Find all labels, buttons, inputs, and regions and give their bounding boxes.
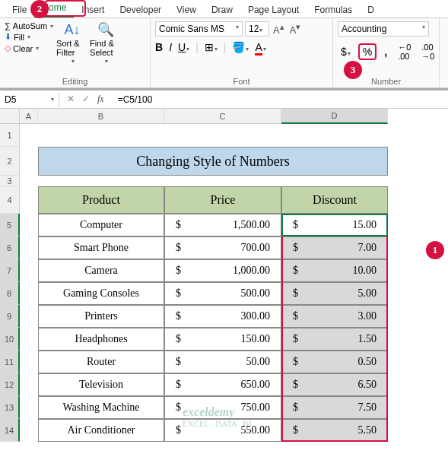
tab-formulas[interactable]: Formulas bbox=[307, 2, 360, 17]
price-cell[interactable]: $50.00 bbox=[164, 351, 281, 373]
product-cell[interactable]: Washing Machine bbox=[38, 396, 164, 419]
callout-3: 3 bbox=[344, 61, 362, 79]
tab-draw[interactable]: Draw bbox=[204, 2, 240, 17]
sort-filter-button[interactable]: A↓ Sort & Filter▾ bbox=[56, 21, 88, 65]
font-name-select[interactable]: Comic Sans MS ▾ bbox=[155, 21, 243, 36]
header-product[interactable]: Product bbox=[38, 186, 164, 214]
row-header[interactable]: 13 bbox=[0, 396, 20, 419]
header-price[interactable]: Price bbox=[164, 186, 281, 214]
price-cell[interactable]: $500.00 bbox=[164, 282, 281, 305]
col-header[interactable]: B bbox=[38, 109, 164, 124]
discount-cell[interactable]: $10.00 bbox=[281, 259, 388, 282]
fill-color-button[interactable]: 🪣▾ bbox=[232, 41, 249, 53]
product-cell[interactable]: Printers bbox=[38, 305, 164, 328]
col-header[interactable]: D bbox=[281, 109, 388, 124]
row-header[interactable]: 7 bbox=[0, 259, 20, 282]
font-color-button[interactable]: A▾ bbox=[255, 41, 265, 53]
row-header[interactable]: 11 bbox=[0, 351, 20, 373]
row-header[interactable]: 2 bbox=[0, 147, 20, 176]
formula-input[interactable]: =C5/100 bbox=[112, 93, 448, 106]
cancel-icon[interactable]: ✕ bbox=[67, 94, 75, 105]
spreadsheet-grid: 1 2 3 4 5 6 7 8 9 10 11 12 13 14 A B C D… bbox=[0, 109, 448, 442]
product-cell[interactable]: Router bbox=[38, 351, 164, 373]
select-all-corner[interactable] bbox=[0, 109, 20, 124]
menu-tabs: File Home Insert Developer View Draw Pag… bbox=[0, 0, 448, 18]
callout-2: 2 bbox=[30, 0, 49, 18]
number-format-select[interactable]: Accounting▾ bbox=[338, 21, 429, 36]
row-header[interactable]: 6 bbox=[0, 236, 20, 259]
price-cell[interactable]: $1,500.00 bbox=[164, 214, 281, 236]
product-cell[interactable]: Gaming Consoles bbox=[38, 282, 164, 305]
border-button[interactable]: ⊞▾ bbox=[205, 41, 218, 53]
decrease-decimal-button[interactable]: .00→0 bbox=[418, 41, 437, 62]
font-size-select[interactable]: 12▾ bbox=[245, 21, 269, 36]
discount-cell[interactable]: $1.50 bbox=[281, 328, 388, 351]
watermark: exceldemy EXCEL · DATA · BI bbox=[183, 405, 251, 428]
name-box[interactable]: D5▾ bbox=[0, 93, 59, 106]
percent-button[interactable]: % bbox=[358, 43, 377, 60]
price-cell[interactable]: $650.00 bbox=[164, 373, 281, 396]
enter-icon[interactable]: ✓ bbox=[82, 94, 90, 105]
product-cell[interactable]: Computer bbox=[38, 214, 164, 236]
discount-cell[interactable]: $15.00 bbox=[281, 214, 388, 236]
row-header[interactable]: 8 bbox=[0, 282, 20, 305]
increase-font-icon[interactable]: A▴ bbox=[272, 22, 286, 36]
sheet-cells[interactable]: Changing Style of Numbers Product Price … bbox=[20, 124, 448, 442]
formula-bar: D5▾ ✕ ✓ fx =C5/100 bbox=[0, 90, 448, 109]
row-header[interactable]: 1 bbox=[0, 124, 20, 147]
group-label-editing: Editing bbox=[5, 75, 145, 86]
tab-view[interactable]: View bbox=[169, 2, 204, 17]
row-header[interactable]: 14 bbox=[0, 419, 20, 442]
price-cell[interactable]: $700.00 bbox=[164, 236, 281, 259]
product-cell[interactable]: Air Conditioner bbox=[38, 419, 164, 442]
ribbon: ∑AutoSum ▾ ⬇Fill ▾ ◇Clear ▾ A↓ Sort & Fi… bbox=[0, 18, 448, 88]
underline-button[interactable]: U▾ bbox=[178, 41, 189, 53]
fill-button[interactable]: ⬇Fill ▾ bbox=[5, 32, 53, 42]
tab-developer[interactable]: Developer bbox=[112, 2, 169, 17]
tab-data[interactable]: D bbox=[360, 2, 382, 17]
price-cell[interactable]: $300.00 bbox=[164, 305, 281, 328]
find-select-button[interactable]: 🔍 Find & Select▾ bbox=[90, 21, 122, 65]
row-header[interactable]: 12 bbox=[0, 373, 20, 396]
price-cell[interactable]: $1,000.00 bbox=[164, 259, 281, 282]
fill-down-icon: ⬇ bbox=[5, 32, 11, 42]
row-header[interactable]: 9 bbox=[0, 305, 20, 328]
discount-cell[interactable]: $5.00 bbox=[281, 282, 388, 305]
group-editing: ∑AutoSum ▾ ⬇Fill ▾ ◇Clear ▾ A↓ Sort & Fi… bbox=[0, 18, 151, 87]
callout-1: 1 bbox=[426, 241, 444, 259]
discount-cell[interactable]: $0.50 bbox=[281, 351, 388, 373]
discount-cell[interactable]: $5.50 bbox=[281, 419, 388, 442]
eraser-icon: ◇ bbox=[5, 43, 11, 53]
discount-cell[interactable]: $6.50 bbox=[281, 373, 388, 396]
row-header[interactable]: 3 bbox=[0, 176, 20, 186]
italic-button[interactable]: I bbox=[169, 41, 172, 53]
title-cell[interactable]: Changing Style of Numbers bbox=[38, 147, 388, 176]
increase-decimal-button[interactable]: ←0.00 bbox=[395, 41, 414, 62]
tab-insert[interactable]: Insert bbox=[74, 2, 112, 17]
sigma-icon: ∑ bbox=[5, 21, 11, 30]
product-cell[interactable]: Television bbox=[38, 373, 164, 396]
discount-cell[interactable]: $3.00 bbox=[281, 305, 388, 328]
decrease-font-icon[interactable]: A▾ bbox=[288, 22, 303, 36]
clear-button[interactable]: ◇Clear ▾ bbox=[5, 43, 53, 53]
row-header[interactable]: 5 bbox=[0, 214, 20, 236]
currency-button[interactable]: $▾ bbox=[338, 44, 354, 59]
row-header[interactable]: 4 bbox=[0, 186, 20, 214]
product-cell[interactable]: Camera bbox=[38, 259, 164, 282]
group-font: Comic Sans MS ▾ 12▾ A▴ A▾ B I U▾ | ⊞▾ | … bbox=[151, 18, 333, 87]
autosum-button[interactable]: ∑AutoSum ▾ bbox=[5, 21, 53, 30]
sort-icon: A↓ bbox=[65, 22, 81, 38]
product-cell[interactable]: Smart Phone bbox=[38, 236, 164, 259]
fx-icon[interactable]: fx bbox=[97, 94, 104, 105]
col-header[interactable]: C bbox=[164, 109, 281, 124]
header-discount[interactable]: Discount bbox=[281, 186, 388, 214]
comma-button[interactable]: , bbox=[381, 44, 390, 59]
row-header[interactable]: 10 bbox=[0, 328, 20, 351]
bold-button[interactable]: B bbox=[155, 41, 163, 53]
price-cell[interactable]: $150.00 bbox=[164, 328, 281, 351]
discount-cell[interactable]: $7.00 bbox=[281, 236, 388, 259]
tab-page-layout[interactable]: Page Layout bbox=[240, 2, 307, 17]
col-header[interactable]: A bbox=[20, 109, 38, 124]
discount-cell[interactable]: $7.50 bbox=[281, 396, 388, 419]
product-cell[interactable]: Headphones bbox=[38, 328, 164, 351]
